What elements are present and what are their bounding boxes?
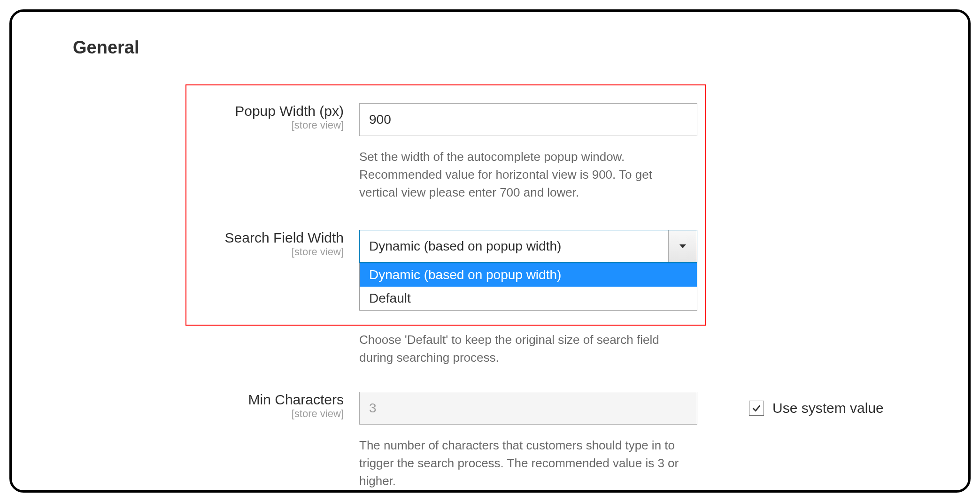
min-characters-row: Min Characters [store view] Use system v… — [12, 392, 968, 429]
min-characters-label-col: Min Characters [store view] — [179, 392, 344, 420]
use-system-value-checkbox[interactable] — [749, 401, 764, 416]
dropdown-toggle-button[interactable] — [668, 230, 697, 262]
popup-width-label-col: Popup Width (px) [store view] — [179, 103, 344, 131]
search-field-width-help: Choose 'Default' to keep the original si… — [359, 331, 688, 366]
min-characters-input — [359, 392, 697, 425]
popup-width-label: Popup Width (px) — [179, 103, 344, 119]
popup-width-input[interactable] — [359, 103, 697, 136]
use-system-value-label: Use system value — [772, 400, 884, 416]
popup-width-row: Popup Width (px) [store view] — [12, 103, 968, 141]
search-field-width-selected-value: Dynamic (based on popup width) — [360, 239, 668, 254]
min-characters-scope: [store view] — [179, 408, 344, 420]
check-icon — [751, 403, 762, 413]
search-field-width-scope: [store view] — [179, 246, 344, 258]
search-field-width-row: Search Field Width [store view] Dynamic … — [12, 230, 968, 267]
caret-down-icon — [679, 244, 686, 248]
search-field-width-select[interactable]: Dynamic (based on popup width) — [359, 230, 697, 263]
min-characters-help: The number of characters that customers … — [359, 436, 688, 490]
use-system-value-wrap: Use system value — [749, 400, 884, 416]
popup-width-scope: [store view] — [179, 119, 344, 131]
search-field-width-label-col: Search Field Width [store view] — [179, 230, 344, 258]
dropdown-option-dynamic[interactable]: Dynamic (based on popup width) — [360, 263, 697, 287]
config-panel: General Popup Width (px) [store view] Se… — [9, 9, 971, 493]
search-field-width-dropdown-list: Dynamic (based on popup width) Default — [359, 263, 697, 311]
min-characters-label: Min Characters — [179, 392, 344, 408]
dropdown-option-default[interactable]: Default — [360, 287, 697, 310]
section-title: General — [73, 38, 139, 58]
search-field-width-label: Search Field Width — [179, 230, 344, 246]
popup-width-help: Set the width of the autocomplete popup … — [359, 148, 688, 201]
